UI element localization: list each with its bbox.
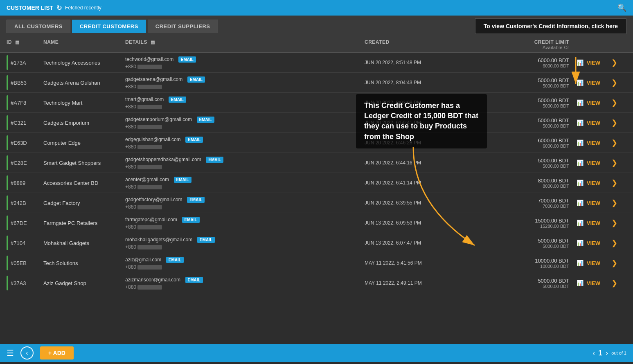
prev-page-icon[interactable]: ‹ bbox=[592, 349, 595, 357]
customer-email: farmgatepc@gmail.com bbox=[125, 217, 177, 222]
customer-name: Gadget Factory bbox=[43, 200, 125, 206]
chart-icon[interactable]: 📊 bbox=[577, 119, 583, 126]
green-indicator bbox=[7, 115, 8, 130]
customer-id: #173A bbox=[11, 60, 26, 66]
chevron-cell[interactable]: ❯ bbox=[602, 58, 626, 67]
phone-blur bbox=[137, 285, 162, 290]
credit-info-banner[interactable]: To view Customer's Credit Information, c… bbox=[475, 18, 626, 34]
view-button[interactable]: VIEW bbox=[585, 239, 602, 247]
credit-limit-header: CREDIT LIMIT bbox=[479, 39, 569, 45]
chart-icon[interactable]: 📊 bbox=[577, 79, 583, 86]
chart-icon[interactable]: 📊 bbox=[577, 160, 583, 166]
phone-blur bbox=[137, 125, 162, 129]
chevron-cell[interactable]: ❯ bbox=[602, 258, 626, 267]
back-button[interactable]: ‹ bbox=[20, 346, 34, 360]
customer-email: gadgetfactory@gmail.com bbox=[125, 197, 182, 202]
chevron-cell[interactable]: ❯ bbox=[602, 158, 626, 167]
created-date: JUN 20 2022, 6:44:16 PM bbox=[365, 160, 479, 166]
view-button[interactable]: VIEW bbox=[585, 139, 602, 147]
available-cr-header: Available Cr bbox=[479, 45, 569, 50]
col-chevron bbox=[602, 39, 626, 50]
credit-data: 5000.00 BDT 5000.00 BDT bbox=[479, 117, 569, 128]
customer-email: azizmansoor@gmail.com bbox=[125, 277, 180, 283]
menu-icon[interactable]: ☰ bbox=[7, 348, 14, 358]
chart-icon[interactable]: 📊 bbox=[577, 280, 583, 286]
next-page-icon[interactable]: › bbox=[606, 349, 608, 357]
chart-icon[interactable]: 📊 bbox=[577, 180, 583, 186]
action-cell: 📊 VIEW bbox=[569, 99, 602, 107]
customer-email: acenter@gmail.com bbox=[125, 177, 169, 182]
chart-icon[interactable]: 📊 bbox=[577, 220, 583, 226]
tab-credit-suppliers[interactable]: CREDIT SUPPLIERS bbox=[148, 20, 218, 33]
phone-row: +880 bbox=[125, 63, 365, 70]
customer-email: mohakhaligadgets@gmail.com bbox=[125, 237, 192, 243]
chevron-cell[interactable]: ❯ bbox=[602, 138, 626, 147]
email-badge: EMAIL bbox=[182, 217, 200, 223]
credit-data: 5000.00 BDT 5000.00 BDT bbox=[479, 278, 569, 289]
customer-details: tmart@gmail.com EMAIL +880 bbox=[125, 96, 365, 110]
chevron-cell[interactable]: ❯ bbox=[602, 98, 626, 107]
chart-icon[interactable]: 📊 bbox=[577, 200, 583, 206]
credit-limit-value: 5000.00 BDT bbox=[479, 77, 569, 83]
search-icon[interactable]: 🔍 bbox=[617, 3, 626, 12]
tab-all-customers[interactable]: ALL CUSTOMERS bbox=[7, 20, 70, 33]
table-row: #8889 Accessories Center BD acenter@gmai… bbox=[0, 173, 633, 193]
customer-id: #C321 bbox=[11, 120, 26, 126]
phone-row: +880 bbox=[125, 284, 365, 290]
chevron-cell[interactable]: ❯ bbox=[602, 238, 626, 247]
created-date: MAY 11 2022, 2:49:11 PM bbox=[365, 280, 479, 286]
chevron-cell[interactable]: ❯ bbox=[602, 279, 626, 288]
customer-phone: +880 bbox=[125, 284, 137, 290]
table-row: #A7F8 Technology Mart tmart@gmail.com EM… bbox=[0, 93, 633, 113]
customer-details: edgegulshan@gmail.com EMAIL +880 bbox=[125, 136, 365, 150]
customer-name: Farmgate PC Retailers bbox=[43, 220, 125, 226]
green-indicator bbox=[7, 55, 8, 70]
customer-id: #E63D bbox=[11, 140, 27, 146]
customer-phone: +880 bbox=[125, 244, 137, 250]
credit-data: 7000.00 BDT 7000.00 BDT bbox=[479, 198, 569, 209]
customer-name: Gadgets Arena Gulshan bbox=[43, 80, 125, 86]
email-row: tmart@gmail.com EMAIL bbox=[125, 96, 365, 103]
available-credit-value: 6000.00 BDT bbox=[479, 144, 569, 148]
phone-blur bbox=[137, 145, 162, 149]
chart-icon[interactable]: 📊 bbox=[577, 99, 583, 106]
view-button[interactable]: VIEW bbox=[585, 199, 602, 207]
sort-id-icon[interactable]: ▤ bbox=[15, 40, 20, 45]
chevron-cell[interactable]: ❯ bbox=[602, 78, 626, 87]
add-button[interactable]: + ADD bbox=[40, 346, 74, 360]
chart-icon[interactable]: 📊 bbox=[577, 139, 583, 146]
view-button[interactable]: VIEW bbox=[585, 159, 602, 167]
tab-credit-customers[interactable]: CREDIT CUSTOMERS bbox=[72, 20, 146, 33]
view-button[interactable]: VIEW bbox=[585, 119, 602, 127]
action-cell: 📊 VIEW bbox=[569, 259, 602, 267]
view-button[interactable]: VIEW bbox=[585, 59, 602, 67]
email-badge: EMAIL bbox=[178, 56, 196, 63]
phone-blur bbox=[137, 105, 162, 109]
sort-details-icon[interactable]: ▤ bbox=[151, 40, 155, 45]
view-button[interactable]: VIEW bbox=[585, 279, 602, 287]
pagination: ‹ 1 › out of 1 bbox=[592, 349, 626, 357]
action-cell: 📊 VIEW bbox=[569, 279, 602, 287]
chart-icon[interactable]: 📊 bbox=[577, 260, 583, 266]
view-button[interactable]: VIEW bbox=[585, 99, 602, 107]
phone-blur bbox=[137, 85, 162, 89]
chart-icon[interactable]: 📊 bbox=[577, 240, 583, 246]
chevron-cell[interactable]: ❯ bbox=[602, 118, 626, 127]
view-button[interactable]: VIEW bbox=[585, 259, 602, 267]
created-date: JUN 20 2022, 8:03:08 PM bbox=[365, 100, 479, 106]
created-date: JUN 20 2022, 6:41:14 PM bbox=[365, 180, 479, 186]
chevron-cell[interactable]: ❯ bbox=[602, 198, 626, 207]
chart-icon[interactable]: 📊 bbox=[577, 59, 583, 66]
phone-row: +880 bbox=[125, 124, 365, 130]
page-of-label: out of 1 bbox=[611, 351, 626, 355]
phone-blur bbox=[137, 165, 162, 169]
customer-phone: +880 bbox=[125, 84, 137, 90]
green-indicator bbox=[7, 216, 8, 230]
col-actions bbox=[569, 39, 602, 50]
view-button[interactable]: VIEW bbox=[585, 219, 602, 227]
view-button[interactable]: VIEW bbox=[585, 79, 602, 87]
chevron-cell[interactable]: ❯ bbox=[602, 178, 626, 187]
chevron-cell[interactable]: ❯ bbox=[602, 218, 626, 227]
refresh-icon[interactable]: ↻ bbox=[56, 4, 62, 12]
view-button[interactable]: VIEW bbox=[585, 179, 602, 187]
